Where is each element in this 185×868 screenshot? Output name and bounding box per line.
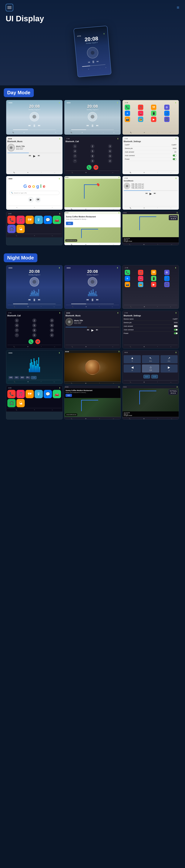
an-nav-2[interactable]: ✉ [144,306,145,307]
nav-m3[interactable]: ✉ [144,132,145,133]
npn-nav-1[interactable]: 📞 [129,418,130,419]
ndial-7[interactable]: 7 [15,328,19,332]
ndial-1[interactable]: 1 [15,318,19,322]
app-cam[interactable]: 📷 [125,117,130,122]
shortcut-youtube[interactable]: ▶ [28,197,34,203]
social-next[interactable]: ⏭ [154,192,156,195]
npn-play[interactable]: ▶ [173,392,174,394]
dial-star[interactable]: * [73,159,77,163]
nm1-next[interactable]: ⏭ [38,298,41,302]
app-youtube[interactable]: ▶ [151,117,156,122]
ncp-podcasts[interactable]: 🎙 [34,390,43,398]
cp-waze[interactable]: 🚗 [53,216,61,224]
nav-extra-2[interactable]: 设置 [151,375,158,378]
g-nav-1[interactable]: ◁ [16,207,17,208]
cp-podcasts[interactable]: 🎙 [34,216,43,224]
s-nav-4[interactable]: ⋯ [170,172,171,173]
ns-aa-toggle[interactable] [174,325,178,327]
app-phone[interactable]: 📱 [151,111,156,116]
nbm-nav-4[interactable]: ⋯ [112,346,113,347]
nm2-nav-1[interactable]: 📞 [72,306,74,307]
npn-nav-4[interactable]: ⋯ [171,418,172,419]
bt-play[interactable]: ▶ [33,154,35,158]
ns-nav-1[interactable]: 📞 [130,346,131,347]
ncp-nav-1[interactable]: 📞 [16,409,17,410]
pause-btn-1[interactable]: ⏸ [33,124,36,128]
call-nav-2[interactable]: ✉ [85,172,86,173]
eq-btn-3[interactable]: 摇滚 [20,376,25,379]
nav-nav-1[interactable]: 📞 [71,244,72,245]
nav-m2[interactable]: ✉ [82,132,83,133]
social-nav-4[interactable]: ⋯ [170,207,171,209]
npn-nav-3[interactable]: ↑ [157,418,158,419]
nav-nav-4[interactable]: ⋯ [113,244,114,245]
nm2-pause[interactable]: ⏸ [91,298,94,302]
an-nav-1[interactable]: 📞 [130,306,132,307]
ndial-2[interactable]: 2 [32,318,36,322]
s-nav-1[interactable]: 📞 [130,172,131,173]
app-whatsapp[interactable]: 📞 [125,105,130,110]
map-nav-4[interactable]: ⋯ [113,208,114,210]
ncp-phone[interactable]: 📞 [7,390,16,398]
napp-radio[interactable]: 📻 [138,282,143,287]
ncp-messages[interactable]: 💬 [44,390,52,398]
dial-3[interactable]: 3 [108,144,112,148]
g-nav-3[interactable]: ○ [52,207,52,208]
ncp-maps[interactable]: 🗺 [25,390,34,398]
napp-yt[interactable]: ▶ [151,282,156,287]
ncp-waze[interactable]: 🚗 [53,390,61,398]
nn-nav-4[interactable]: ⋯ [170,381,171,383]
bt-nav-1[interactable]: 📞 [14,172,15,173]
napp-maps[interactable]: 🗺 [151,270,156,275]
dial-4[interactable]: 4 [73,149,77,153]
app-bluetooth[interactable]: 🔵 [164,111,169,116]
ndial-star[interactable]: * [15,333,19,337]
ndial-5[interactable]: 5 [32,323,36,328]
call-accept[interactable]: 📞 [87,165,91,170]
nn-nav-2[interactable]: ✉ [144,381,144,383]
pause-btn-2[interactable]: ⏸ [91,124,94,128]
nav-btn-4[interactable]: ◀ 西 [124,365,141,373]
nm2-prev[interactable]: ⏮ [86,298,89,302]
wave-nav-2[interactable]: ✉ [28,381,28,382]
social-play[interactable]: ▶ [150,192,152,195]
napp-settings[interactable]: ⚙ [164,270,169,275]
nbm-prev[interactable]: ⏮ [87,329,89,332]
nnm-nav-2[interactable]: ✉ [85,418,86,419]
wave-nav-3[interactable]: ↑ [41,381,41,382]
app-music[interactable]: 🎵 [138,105,143,110]
napp-cam[interactable]: 📷 [125,282,130,287]
cp-nav-2[interactable]: ⌂ [34,235,35,236]
napp-phone[interactable]: 📱 [151,276,156,281]
nbc-nav-4[interactable]: ⋯ [54,346,55,347]
ndial-9[interactable]: 9 [50,328,54,332]
app-waze[interactable]: 🚗 [138,111,143,116]
ns-nav-3[interactable]: ↑ [157,346,158,347]
nav-dial[interactable]: 📞 [12,132,14,133]
cp-music[interactable]: 🎵 [17,216,25,224]
call-nav-3[interactable]: ↑ [99,172,100,173]
napp-telegram[interactable]: ✈ [125,276,130,281]
prev-btn-1[interactable]: ⏮ [28,124,31,128]
nav-extra-1[interactable]: 返回 [143,375,150,378]
npn-prev[interactable]: ⏮ [171,392,172,394]
food-nav-2[interactable]: ✉ [85,382,86,384]
app-spotify[interactable]: 🎧 [164,117,169,122]
app-radio[interactable]: 📻 [138,117,143,122]
dial-2[interactable]: 2 [90,144,95,148]
napp-bt[interactable]: 🔵 [164,276,169,281]
bt-nav-2[interactable]: ✉ [27,172,28,173]
nav-btn-3[interactable]: ↗ 东北 [160,355,178,363]
go-button[interactable]: GO [66,222,73,225]
nnm-go-btn[interactable]: GO [65,394,72,397]
map-nav-2[interactable]: ✉ [85,208,86,210]
dial-7[interactable]: 7 [73,154,77,158]
nm1-pause[interactable]: ⏸ [33,298,36,302]
nbm-play[interactable]: ▶ [91,329,94,332]
nm2-nav-2[interactable]: ✉ [86,306,87,307]
food-nav-3[interactable]: ↑ [99,382,100,384]
ncp-overcast[interactable]: 🌤 [17,399,25,407]
bt-next[interactable]: ⏭ [38,154,40,158]
bt-nav-4[interactable]: ⋯ [54,172,55,173]
np-nav-4[interactable]: ⋯ [171,244,172,245]
